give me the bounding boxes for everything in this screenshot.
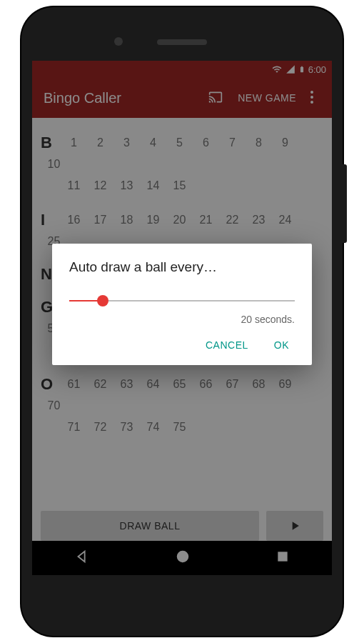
phone-speaker [157, 39, 207, 45]
slider-value-label: 20 seconds. [69, 314, 295, 325]
auto-draw-dialog: Auto draw a ball every… 20 seconds. CANC… [52, 244, 312, 365]
phone-frame: 6:00 Bingo Caller NEW GAME B123456789101… [21, 7, 343, 636]
cancel-button[interactable]: CANCEL [203, 334, 251, 357]
slider-thumb[interactable] [97, 295, 108, 306]
dialog-title: Auto draw a ball every… [69, 259, 295, 275]
interval-slider[interactable] [69, 294, 295, 308]
phone-side-button [343, 164, 347, 243]
dialog-actions: CANCEL OK [69, 334, 295, 357]
phone-camera [114, 37, 123, 46]
ok-button[interactable]: OK [271, 334, 292, 357]
screen: 6:00 Bingo Caller NEW GAME B123456789101… [32, 61, 332, 575]
